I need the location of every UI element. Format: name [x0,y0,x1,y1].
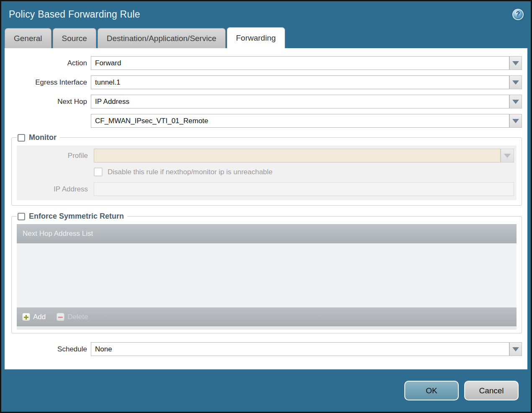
cancel-button[interactable]: Cancel [464,381,519,400]
next-hop-address-dropdown-button[interactable] [509,114,522,128]
schedule-label: Schedule [10,345,91,354]
tab-forwarding[interactable]: Forwarding [227,27,285,48]
table-bottom-strip [17,326,517,330]
profile-dropdown-button [501,149,514,163]
monitor-section-title: Monitor [29,133,57,142]
ok-button[interactable]: OK [404,381,459,400]
tab-label: Forwarding [236,34,276,43]
egress-interface-label: Egress Interface [10,78,91,87]
next-hop-dropdown-button[interactable] [509,95,522,108]
chevron-down-icon [504,154,511,158]
next-hop-address-list-header-label: Next Hop Address List [23,230,93,238]
help-icon[interactable]: ? [512,9,524,20]
action-row: Action Forward [10,56,522,70]
enforce-legend: Enforce Symmetric Return [17,212,127,221]
next-hop-address-list-body[interactable] [17,243,517,307]
dialog-title: Policy Based Forwarding Rule [9,9,140,20]
tab-label: Destination/Application/Service [107,34,216,43]
monitor-ip-address-input [94,182,514,196]
monitor-ip-address-label: IP Address [17,185,94,194]
egress-interface-row: Egress Interface tunnel.1 [10,75,522,89]
tab-destination-application-service[interactable]: Destination/Application/Service [98,28,226,48]
minus-icon [57,313,64,321]
action-select[interactable]: Forward [91,56,509,70]
next-hop-type-select[interactable]: IP Address [91,95,509,108]
action-dropdown-button[interactable] [509,56,522,70]
chevron-down-icon [512,100,519,104]
add-button-label: Add [33,313,46,321]
disable-rule-label: Disable this rule if nexthop/monitor ip … [108,168,272,176]
pbf-rule-dialog: Policy Based Forwarding Rule ? General S… [0,0,532,413]
next-hop-address-list-header: Next Hop Address List [17,224,517,243]
monitor-legend: Monitor [17,133,60,142]
help-glyph: ? [516,10,520,18]
delete-button: Delete [57,313,88,321]
profile-select [94,149,501,163]
chevron-down-icon [512,80,519,85]
add-button[interactable]: Add [22,313,46,321]
chevron-down-icon [512,119,519,123]
schedule-row: Schedule None [10,342,522,356]
disable-rule-checkbox [94,168,103,176]
monitor-checkbox[interactable] [18,134,25,142]
tab-general[interactable]: General [5,28,51,48]
next-hop-address-list-table: Next Hop Address List Add Delete [17,224,517,330]
monitor-panel: Profile Disable this rule if nexthop/mon… [17,145,517,200]
enforce-section-title: Enforce Symmetric Return [29,212,124,221]
chevron-down-icon [512,61,519,65]
action-label: Action [10,59,91,67]
title-bar: Policy Based Forwarding Rule ? [1,1,531,27]
tab-source[interactable]: Source [53,28,96,48]
monitor-ip-address-row: IP Address [17,182,514,196]
profile-row: Profile [17,149,514,163]
egress-interface-dropdown-button[interactable] [509,75,522,89]
next-hop-address-list-toolbar: Add Delete [17,307,517,326]
delete-button-label: Delete [67,313,88,321]
chevron-down-icon [512,347,519,351]
next-hop-row: Next Hop IP Address [10,95,522,108]
next-hop-label: Next Hop [10,98,91,106]
dialog-footer: OK Cancel [1,369,531,412]
enforce-symmetric-return-section: Enforce Symmetric Return Next Hop Addres… [11,212,522,333]
forwarding-tab-panel: Action Forward Egress Interface tunnel.1… [5,48,527,369]
next-hop-address-select[interactable]: CF_MWAN_IPsec_VTI_01_Remote [91,114,509,128]
plus-icon [22,313,30,321]
tab-label: Source [62,34,87,43]
tab-label: General [14,34,42,43]
enforce-symmetric-return-checkbox[interactable] [18,213,25,220]
egress-interface-select[interactable]: tunnel.1 [91,75,509,89]
schedule-dropdown-button[interactable] [509,342,522,356]
monitor-section: Monitor Profile Disable this rule if nex… [11,133,522,206]
next-hop-address-row: CF_MWAN_IPsec_VTI_01_Remote [10,114,522,128]
disable-rule-row: Disable this rule if nexthop/monitor ip … [94,168,514,176]
schedule-select[interactable]: None [91,342,509,356]
tab-bar: General Source Destination/Application/S… [1,27,531,48]
profile-label: Profile [17,152,94,160]
